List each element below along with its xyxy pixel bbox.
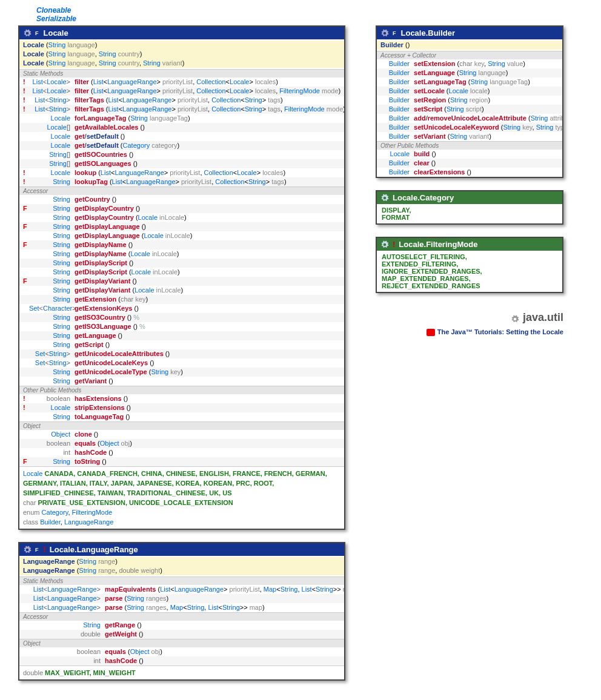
gear-icon	[511, 314, 519, 322]
method-row: !String lookupTag (List<LanguageRange> p…	[19, 177, 344, 187]
card-title: Locale.FilteringMode	[399, 240, 477, 249]
method-row: !Locale lookup (List<LanguageRange> prio…	[19, 168, 344, 177]
method-row: String[] getISOCountries ()	[19, 150, 344, 159]
card-filtering-mode: ! Locale.FilteringMode AUTOSELECT_FILTER…	[376, 237, 563, 293]
section-accessor: Accessor String getCountry ()FString get…	[19, 187, 344, 386]
card-category: Locale.Category DISPLAY,FORMAT	[376, 190, 563, 225]
method-row: Builder setScript (String script)	[377, 105, 562, 114]
card-language-range: F ! Locale.LanguageRange LanguageRange (…	[18, 542, 345, 681]
method-row: Set<String> getUnicodeLocaleKeys ()	[19, 358, 344, 368]
bang-marker: !	[44, 545, 46, 554]
method-row: String getDisplayVariant (Locale inLocal…	[19, 286, 344, 295]
method-row: boolean equals (Object obj)	[19, 647, 344, 656]
section-label: Accessor	[19, 613, 344, 621]
gear-icon	[23, 29, 32, 38]
method-row: Builder setLocale (Locale locale)	[377, 87, 562, 96]
method-row: Locale get/setDefault (Category category…	[19, 141, 344, 150]
card-header: F Locale	[19, 27, 344, 39]
method-row: LanguageRange (String range)	[19, 557, 344, 566]
section-object: Object Object clone ()boolean equals (Ob…	[19, 421, 344, 466]
method-row: Locale (String language)	[19, 41, 344, 50]
field-line: char PRIVATE_USE_EXTENSION, UNICODE_LOCA…	[23, 498, 340, 507]
section-static: Static Methods !List<Locale> filter (Lis…	[19, 69, 344, 187]
method-row: int hashCode ()	[19, 656, 344, 665]
card-title: Locale.Builder	[401, 28, 456, 38]
method-row: String getISO3Language () %	[19, 322, 344, 331]
tutorial-link: The Java™ Tutorials: Setting the Locale	[376, 328, 563, 336]
method-row: Builder setUnicodeLocaleKeyword (String …	[377, 123, 562, 132]
card-header: F ! Locale.LanguageRange	[19, 543, 344, 556]
method-row: String getDisplayCountry (Locale inLocal…	[19, 213, 344, 222]
card-title: Locale.Category	[393, 193, 454, 202]
method-row: Builder setLanguageTag (String languageT…	[377, 78, 562, 87]
method-row: Set<String> getUnicodeLocaleAttributes (…	[19, 349, 344, 358]
link-cloneable[interactable]: Cloneable	[36, 6, 583, 15]
method-row: String getDisplayScript (Locale inLocale…	[19, 268, 344, 277]
method-row: String getVariant ()	[19, 377, 344, 386]
section-other: Other Public Methods Locale build ()Buil…	[377, 141, 562, 177]
method-row: !List<Locale> filter (List<LanguageRange…	[19, 87, 344, 96]
method-row: Builder clearExtensions ()	[377, 168, 562, 177]
method-row: String toLanguageTag ()	[19, 412, 344, 421]
card-title: Locale	[44, 28, 68, 38]
method-row: String getExtension (char key)	[19, 295, 344, 304]
gear-icon	[380, 29, 389, 38]
section-label: Static Methods	[19, 577, 344, 585]
method-row: String getScript ()	[19, 340, 344, 349]
method-row: LanguageRange (String range, double weig…	[19, 566, 344, 575]
method-row: FString toString ()	[19, 457, 344, 466]
final-flag: F	[393, 30, 396, 36]
section-label: Object	[19, 639, 344, 647]
method-row: !boolean hasExtensions ()	[19, 394, 344, 403]
fields: Locale CANADA, CANADA_FRENCH, CHINA, CHI…	[19, 466, 344, 529]
bang-marker: !	[393, 240, 395, 249]
constructors: Builder ()	[377, 39, 562, 51]
method-row: Builder setLanguage (String language)	[377, 68, 562, 78]
method-row: String getDisplayName (Locale inLocale)	[19, 249, 344, 259]
final-flag: F	[35, 30, 39, 36]
gear-icon	[23, 546, 32, 554]
method-row: Builder setVariant (String variant)	[377, 132, 562, 141]
section-label: Accessor + Collector	[377, 51, 562, 59]
section-other: Other Public Methods !boolean hasExtensi…	[19, 386, 344, 421]
method-row: Locale get/setDefault ()	[19, 132, 344, 141]
card-locale: F Locale Locale (String language)Locale …	[18, 25, 345, 530]
field-line: class Builder, LanguageRange	[23, 517, 340, 527]
section-accessor-collector: Accessor + Collector Builder setExtensio…	[377, 51, 562, 141]
link-serializable[interactable]: Serializable	[36, 15, 583, 23]
package-label: java.util	[376, 311, 563, 325]
method-row: Locale build ()	[377, 150, 562, 159]
final-flag: F	[35, 547, 39, 553]
method-row: String getDisplayScript ()	[19, 259, 344, 268]
method-row: String[] getISOLanguages ()	[19, 159, 344, 168]
method-row: int hashCode ()	[19, 448, 344, 457]
method-row: Locale forLanguageTag (String languageTa…	[19, 114, 344, 123]
method-row: !List<String> filterTags (List<LanguageR…	[19, 96, 344, 105]
method-row: Builder clear ()	[377, 159, 562, 168]
method-row: Locale[] getAvailableLocales ()	[19, 123, 344, 132]
section-object: Object boolean equals (Object obj)int ha…	[19, 639, 344, 665]
field-line: Locale CANADA, CANADA_FRENCH, CHINA, CHI…	[23, 469, 340, 498]
method-row: boolean equals (Object obj)	[19, 439, 344, 448]
method-row: String getCountry ()	[19, 195, 344, 204]
method-row: Locale (String language, String country,…	[19, 59, 344, 68]
card-builder: F Locale.Builder Builder () Accessor + C…	[376, 25, 563, 178]
method-row: String getUnicodeLocaleType (String key)	[19, 368, 344, 377]
method-row: Builder setExtension (char key, String v…	[377, 59, 562, 68]
method-row: String getLanguage ()	[19, 331, 344, 340]
method-row: Set<Character> getExtensionKeys ()	[19, 304, 344, 313]
method-row: String getISO3Country () %	[19, 313, 344, 322]
field-line: enum Category, FilteringMode	[23, 507, 340, 517]
method-row: !List<Locale> filter (List<LanguageRange…	[19, 78, 344, 87]
card-header: Locale.Category	[377, 191, 562, 204]
tutorial-anchor[interactable]: The Java™ Tutorials: Setting the Locale	[437, 328, 563, 335]
implements-links: Cloneable Serializable	[36, 6, 583, 23]
section-label: Static Methods	[19, 70, 344, 78]
method-row: String getRange ()	[19, 621, 344, 630]
method-row: FString getDisplayVariant ()	[19, 277, 344, 286]
gear-icon	[380, 240, 389, 249]
enum-values: AUTOSELECT_FILTERING,EXTENDED_FILTERING,…	[377, 251, 562, 292]
method-row: String getDisplayLanguage (Locale inLoca…	[19, 231, 344, 240]
constructors: Locale (String language)Locale (String l…	[19, 39, 344, 69]
section-label: Other Public Methods	[19, 386, 344, 394]
